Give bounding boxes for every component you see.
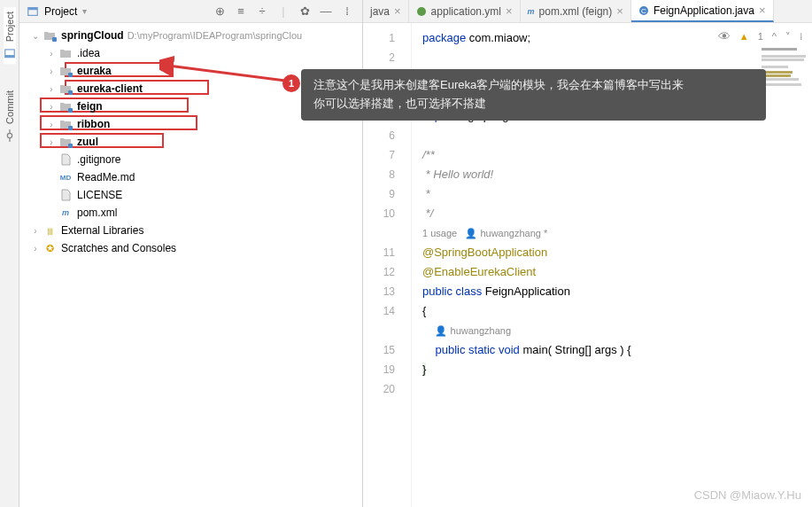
separator: | xyxy=(275,4,291,20)
line-number[interactable]: 8 xyxy=(363,165,411,184)
warning-icon[interactable]: ▲ xyxy=(739,27,749,46)
annotation-tooltip: 注意这个是我用来创建客Eureka客户端的模块，我会在本篇博客中写出来 你可以选… xyxy=(301,69,766,121)
line-number[interactable]: 9 xyxy=(363,184,411,204)
svg-rect-6 xyxy=(28,7,38,10)
file-icon xyxy=(58,153,73,166)
chevron-right-icon[interactable]: › xyxy=(32,244,39,254)
file-icon xyxy=(58,189,73,201)
chevron-down-icon[interactable]: ⌄ xyxy=(32,31,39,41)
tree-item-readme[interactable]: MD ReadMe.md xyxy=(19,168,362,186)
line-number[interactable]: 6 xyxy=(363,126,411,145)
line-number[interactable]: 15 xyxy=(363,340,411,360)
tree-item-gitignore[interactable]: .gitignore xyxy=(19,151,362,168)
tree-item-idea[interactable]: › .idea xyxy=(19,44,362,62)
vtab-commit[interactable]: Commit xyxy=(4,86,16,146)
select-opened-icon[interactable]: ⊕ xyxy=(212,4,228,20)
line-number[interactable] xyxy=(363,223,411,243)
annotation-badge: 1 xyxy=(282,74,300,92)
tree-item-license[interactable]: LICENSE xyxy=(19,186,362,204)
more-icon[interactable]: ⁞ xyxy=(800,27,803,46)
module-icon xyxy=(58,136,73,148)
settings-icon[interactable]: ✿ xyxy=(297,4,313,20)
chevron-right-icon[interactable]: › xyxy=(48,49,55,58)
tab-application-yml[interactable]: application.yml× xyxy=(409,0,521,22)
dropdown-icon[interactable]: ▾ xyxy=(82,6,87,16)
tab-java[interactable]: java× xyxy=(363,0,409,22)
close-icon[interactable]: × xyxy=(616,4,623,18)
chevron-right-icon[interactable]: › xyxy=(48,102,55,112)
tree-root-label: springCloud xyxy=(61,29,124,42)
module-icon xyxy=(58,118,73,130)
line-number[interactable]: 20 xyxy=(363,379,411,399)
markdown-icon: MD xyxy=(58,171,73,183)
caret-down-icon[interactable]: ˅ xyxy=(785,27,791,46)
sidebar-title: Project xyxy=(44,5,77,18)
maven-icon: m xyxy=(58,207,73,219)
chevron-right-icon[interactable]: › xyxy=(48,120,55,129)
editor-status: 👁 ▲1 ^ ˅ ⁞ xyxy=(718,27,803,46)
yml-icon xyxy=(416,6,427,17)
tree-root-path: D:\myProgram\IDEAProgram\springClou xyxy=(128,30,302,41)
line-number[interactable]: 11 xyxy=(363,243,411,262)
hide-icon[interactable]: — xyxy=(318,4,334,20)
tree-item-zuul[interactable]: › zuul xyxy=(19,133,362,151)
close-icon[interactable]: × xyxy=(759,4,766,17)
vtab-project[interactable]: Project xyxy=(4,7,16,64)
chevron-right-icon[interactable]: › xyxy=(48,137,55,147)
line-number[interactable]: 12 xyxy=(363,262,411,282)
line-number[interactable] xyxy=(363,321,411,340)
line-number[interactable]: 1 xyxy=(363,28,411,48)
svg-point-7 xyxy=(417,7,426,16)
collapse-all-icon[interactable]: ÷ xyxy=(254,4,270,20)
tab-pom-feign[interactable]: mpom.xml (feign)× xyxy=(521,0,631,22)
editor-tabs: java× application.yml× mpom.xml (feign)×… xyxy=(363,0,812,23)
author-icon: 👤 xyxy=(465,228,480,238)
line-number[interactable]: 2 xyxy=(363,48,411,67)
more-icon[interactable]: ⁞ xyxy=(339,4,355,20)
tree-scratches[interactable]: › ✪ Scratches and Consoles xyxy=(19,239,362,257)
tree-external-libs[interactable]: › ⫼ External Libraries xyxy=(19,222,362,239)
line-number[interactable]: 13 xyxy=(363,282,411,301)
line-number[interactable]: 19 xyxy=(363,360,411,379)
close-icon[interactable]: × xyxy=(394,4,401,18)
line-number[interactable]: 10 xyxy=(363,204,411,223)
eye-icon[interactable]: 👁 xyxy=(718,27,731,46)
close-icon[interactable]: × xyxy=(506,4,513,18)
tab-feign-application[interactable]: CFeignApplication.java× xyxy=(631,0,774,22)
module-icon xyxy=(58,100,73,113)
svg-point-2 xyxy=(7,134,12,138)
project-icon xyxy=(27,5,39,18)
tree-root[interactable]: ⌄ springCloud D:\myProgram\IDEAProgram\s… xyxy=(19,27,362,44)
module-icon xyxy=(43,29,57,42)
vertical-tab-strip: Project Commit xyxy=(0,0,19,507)
module-icon xyxy=(58,82,73,95)
svg-rect-1 xyxy=(4,55,14,58)
maven-icon: m xyxy=(528,7,535,16)
module-icon xyxy=(58,65,73,77)
libraries-icon: ⫼ xyxy=(43,224,57,237)
author-icon: 👤 xyxy=(435,325,450,336)
chevron-right-icon[interactable]: › xyxy=(48,66,55,76)
chevron-right-icon[interactable]: › xyxy=(32,226,39,236)
sidebar-header: Project ▾ ⊕ ≡ ÷ | ✿ — ⁞ xyxy=(19,0,362,23)
class-icon: C xyxy=(638,5,649,16)
svg-text:C: C xyxy=(641,7,646,15)
scratches-icon: ✪ xyxy=(43,242,57,254)
watermark: CSDN @Miaow.Y.Hu xyxy=(694,488,801,502)
chevron-right-icon[interactable]: › xyxy=(48,84,55,94)
expand-all-icon[interactable]: ≡ xyxy=(233,4,249,20)
tree-item-pom[interactable]: m pom.xml xyxy=(19,204,362,222)
line-number[interactable]: 7 xyxy=(363,145,411,165)
folder-icon xyxy=(58,47,73,59)
caret-up-icon[interactable]: ^ xyxy=(772,27,777,46)
line-number[interactable]: 14 xyxy=(363,301,411,321)
